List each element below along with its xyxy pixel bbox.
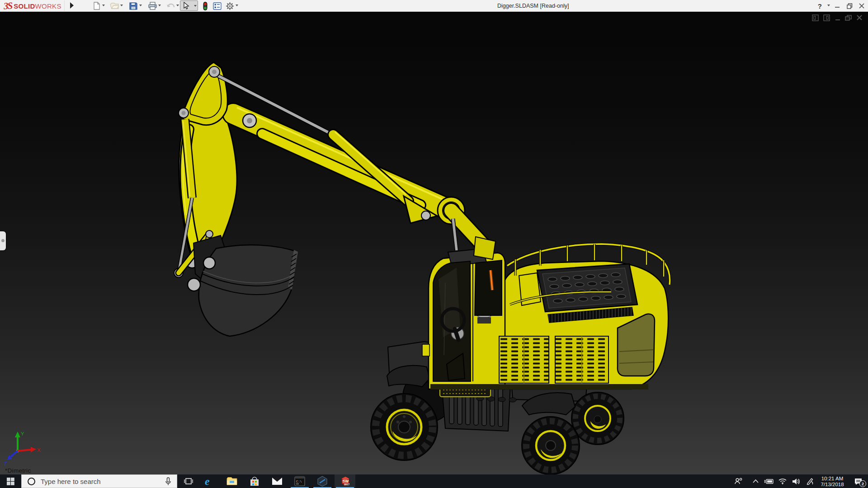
restore-button[interactable]	[847, 0, 853, 12]
titlebar: 3S SOLIDWORKS	[0, 0, 868, 12]
hidden-icons-chevron[interactable]	[749, 474, 762, 488]
boom-stick[interactable]	[233, 108, 451, 211]
z-axis-label: Z	[4, 461, 7, 466]
document-title: Digger.SLDASM [Read-only]	[497, 3, 569, 9]
ds-logo-mark: 3S	[3, 0, 12, 12]
wifi-icon[interactable]	[776, 474, 789, 488]
view-orientation-label: *Dimetric	[5, 467, 31, 474]
volume-icon[interactable]	[789, 474, 803, 488]
microphone-icon[interactable]	[165, 477, 171, 486]
display-options-icon[interactable]	[212, 1, 222, 10]
feature-panel-tab[interactable]	[0, 231, 6, 250]
taskbar-clock[interactable]: 10:21 AM 7/13/2018	[816, 475, 848, 488]
search-input[interactable]: Type here to search	[21, 474, 177, 488]
new-document-caret[interactable]	[102, 5, 105, 6]
wheel-front-right[interactable]	[522, 417, 580, 474]
solidworks-window: 3S SOLIDWORKS	[0, 0, 868, 488]
doc-close-icon[interactable]	[856, 14, 863, 21]
engine-block[interactable]	[537, 264, 637, 323]
solidworks-logo: 3S SOLIDWORKS	[4, 0, 65, 11]
open-button[interactable]	[110, 1, 119, 10]
solidworks-app-icon[interactable]: SW2017	[335, 474, 355, 488]
task-view-button[interactable]	[178, 474, 199, 488]
cortana-icon	[28, 478, 35, 485]
battery-icon[interactable]	[762, 474, 776, 488]
save-caret[interactable]	[139, 5, 142, 6]
x-axis-label: X	[37, 447, 41, 453]
seat-base	[477, 317, 491, 324]
doc-minimize-icon[interactable]	[835, 14, 841, 21]
print-caret[interactable]	[158, 5, 161, 6]
bucket[interactable]	[188, 235, 298, 336]
print-button[interactable]	[148, 1, 157, 10]
minimize-button[interactable]	[835, 0, 840, 12]
panel-tab-dot	[1, 239, 5, 242]
select-tool-pressed[interactable]	[180, 0, 198, 11]
system-tray: 10:21 AM 7/13/2018 2	[731, 474, 868, 488]
clock-time: 10:21 AM	[816, 476, 848, 482]
save-button[interactable]	[129, 1, 138, 10]
status-lights-icon[interactable]	[201, 1, 210, 10]
people-icon[interactable]	[731, 474, 745, 488]
open-caret[interactable]	[120, 5, 123, 6]
wheel-front-left[interactable]	[371, 394, 438, 460]
new-document-button[interactable]	[92, 1, 101, 10]
upper-body[interactable]	[422, 244, 670, 389]
undo-button[interactable]	[166, 1, 175, 10]
y-axis-label: Y	[21, 431, 24, 436]
clock-date: 7/13/2018	[816, 482, 848, 488]
cab-side-window[interactable]	[475, 260, 502, 315]
mail-icon[interactable]	[267, 474, 288, 488]
x-axis-arrow	[31, 447, 36, 452]
notification-badge: 2	[859, 480, 866, 487]
document-window-controls	[812, 14, 863, 21]
svg-text:C:\: C:\	[296, 480, 302, 483]
windows-taskbar: Type here to search e C:\ SW2017	[0, 474, 868, 488]
close-button[interactable]	[859, 0, 864, 12]
graphics-area[interactable]: Y X Z *Dimetric	[0, 12, 868, 474]
doc-restore-icon[interactable]	[845, 14, 852, 21]
help-button[interactable]: ?	[818, 0, 822, 12]
window-panel-icon[interactable]	[823, 14, 830, 21]
y-axis-arrow	[15, 432, 20, 437]
command-prompt-icon[interactable]: C:\	[289, 474, 310, 488]
menu-flyout-arrow-icon[interactable]	[70, 2, 74, 9]
store-icon[interactable]	[244, 474, 265, 488]
new-window-icon[interactable]	[812, 14, 819, 21]
search-placeholder: Type here to search	[41, 478, 165, 485]
help-caret[interactable]	[827, 5, 830, 6]
boom-triangle-plate[interactable]	[183, 62, 227, 125]
action-center-button[interactable]: 2	[848, 474, 868, 488]
hexagon-app-icon[interactable]	[312, 474, 333, 488]
orientation-triad[interactable]: Y X Z	[3, 429, 43, 467]
start-button[interactable]	[0, 474, 21, 488]
svg-text:e: e	[205, 476, 210, 487]
file-explorer-icon[interactable]	[222, 474, 242, 488]
3d-model-canvas[interactable]	[0, 12, 868, 474]
svg-text:2017: 2017	[344, 483, 349, 486]
wheel-rear-right[interactable]	[571, 392, 624, 445]
undo-caret[interactable]	[176, 5, 179, 6]
windows-ink-icon[interactable]	[803, 474, 816, 488]
settings-caret[interactable]	[236, 5, 238, 6]
settings-gear-icon[interactable]	[225, 1, 234, 10]
select-caret[interactable]	[194, 5, 197, 7]
edge-icon[interactable]: e	[199, 474, 220, 488]
